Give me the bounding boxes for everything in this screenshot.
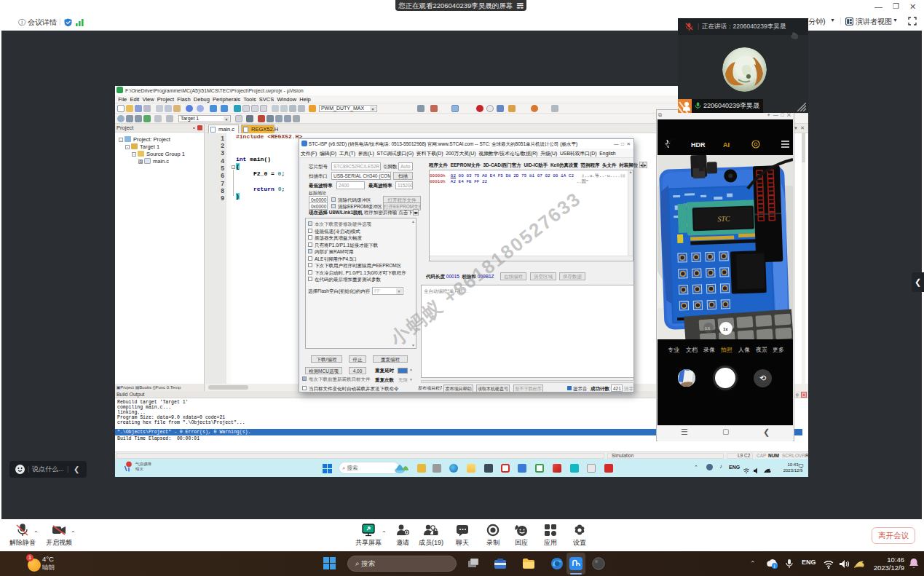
svg-text:STC: STC [717,215,730,224]
svg-text:1x: 1x [723,327,728,331]
svg-text:HDR: HDR [691,141,706,149]
svg-text:0.6: 0.6 [705,326,710,331]
svg-text:AI: AI [723,141,730,149]
svg-text:i: i [774,564,775,569]
